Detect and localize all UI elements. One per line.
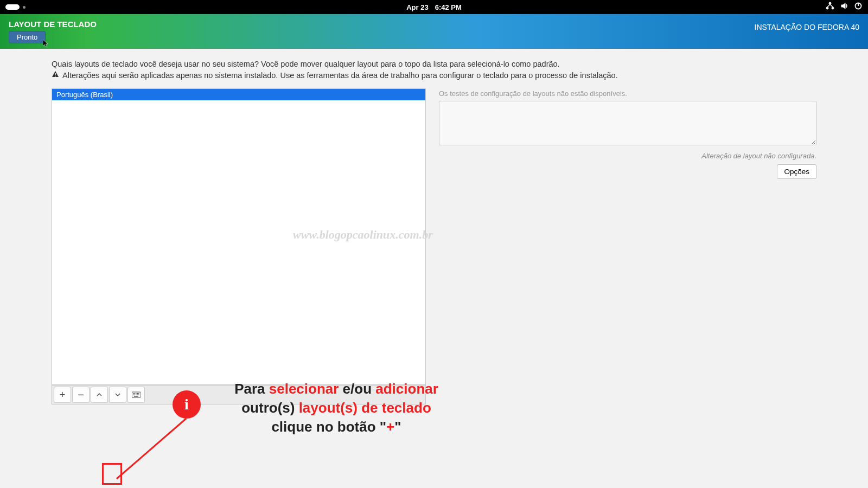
svg-rect-17 (138, 395, 139, 396)
right-panel: Os testes de configuração de layouts não… (439, 88, 816, 179)
svg-rect-8 (133, 393, 134, 394)
page-title: LAYOUT DE TECLADO (9, 20, 97, 29)
options-button[interactable]: Opções (777, 164, 816, 179)
plus-button-highlight (102, 463, 122, 485)
watermark-text: www.blogopcaolinux.com.br (293, 228, 433, 242)
svg-point-2 (832, 7, 834, 9)
svg-rect-11 (137, 393, 138, 394)
chevron-down-icon (114, 391, 121, 398)
svg-rect-15 (136, 395, 137, 396)
svg-line-19 (117, 419, 186, 479)
svg-rect-16 (137, 395, 138, 396)
svg-rect-13 (133, 395, 134, 396)
topbar-right[interactable] (826, 2, 863, 12)
instruction-line2: Alterações aqui serão aplicadas apenas n… (52, 70, 816, 80)
svg-rect-18 (134, 396, 138, 397)
preview-keyboard-button[interactable] (127, 387, 145, 403)
add-layout-button[interactable]: + (54, 387, 71, 403)
activities-pill[interactable] (5, 4, 20, 10)
done-button-label: Pronto (17, 33, 37, 41)
topbar-clock[interactable]: Apr 23 6:42 PM (406, 3, 462, 11)
test-area-label: Os testes de configuração de layouts não… (439, 89, 816, 98)
installer-title: INSTALAÇÃO DO FEDORA 40 (755, 20, 859, 31)
layouts-toolbar: + − (52, 385, 426, 404)
content-area: Quais layouts de teclado você deseja usa… (0, 49, 868, 404)
date-label: Apr 23 (406, 3, 428, 11)
layout-test-input[interactable] (439, 101, 816, 145)
warning-text: Alterações aqui serão aplicadas apenas n… (62, 71, 618, 80)
switch-status-label: Alteração de layout não configurada. (439, 152, 816, 160)
svg-rect-12 (138, 393, 139, 394)
cursor-icon (43, 40, 48, 47)
volume-icon[interactable] (840, 2, 848, 12)
network-icon[interactable] (826, 2, 834, 12)
warning-icon (52, 70, 59, 80)
svg-point-0 (829, 2, 831, 4)
svg-point-1 (826, 7, 828, 9)
svg-rect-9 (135, 393, 136, 394)
annotation-line (116, 418, 189, 480)
svg-rect-6 (55, 76, 55, 76)
layout-item-selected[interactable]: Português (Brasil) (52, 89, 425, 100)
time-label: 6:42 PM (435, 3, 462, 11)
move-down-button[interactable] (109, 387, 126, 403)
keyboard-icon (132, 391, 141, 398)
move-up-button[interactable] (91, 387, 108, 403)
remove-layout-button[interactable]: − (72, 387, 90, 403)
layouts-panel: Português (Brasil) + − (52, 88, 426, 404)
anaconda-header: LAYOUT DE TECLADO Pronto INSTALAÇÃO DO F… (0, 14, 868, 49)
svg-rect-5 (55, 73, 55, 75)
svg-rect-14 (135, 395, 136, 396)
svg-rect-10 (136, 393, 137, 394)
instruction-line1: Quais layouts de teclado você deseja usa… (52, 60, 816, 68)
system-topbar: Apr 23 6:42 PM (0, 0, 868, 14)
chevron-up-icon (96, 391, 103, 398)
topbar-left (5, 4, 25, 10)
activities-dot (23, 6, 25, 9)
done-button[interactable]: Pronto (9, 31, 46, 43)
power-icon[interactable] (854, 2, 863, 12)
